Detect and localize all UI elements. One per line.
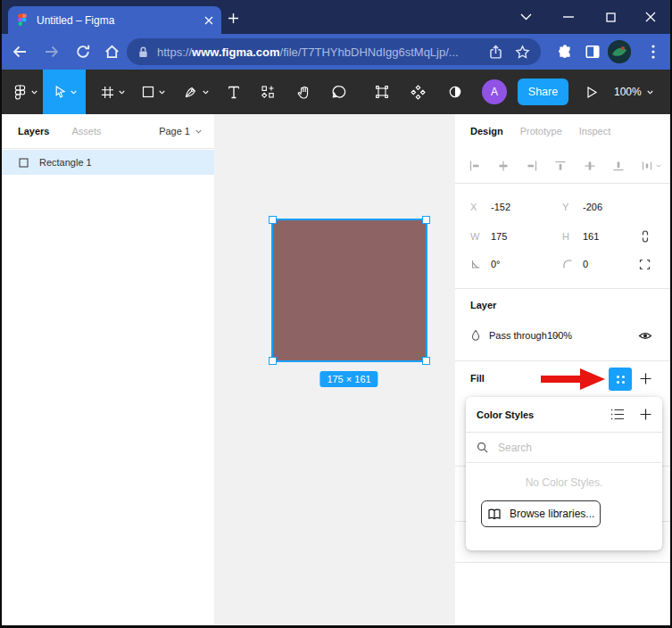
rectangle-layer-icon [19,158,29,168]
edit-object-button[interactable] [371,70,393,114]
fill-section-title: Fill [470,373,485,384]
design-panel: Design Prototype Inspect [455,114,672,628]
comment-tool-button[interactable] [328,70,350,114]
browser-titlebar: Untitled – Figma [0,0,672,34]
divider [455,288,672,289]
search-input[interactable] [496,441,651,455]
tab-assets[interactable]: Assets [71,126,101,136]
maximize-icon[interactable] [593,0,628,34]
selection-handle[interactable] [269,357,277,365]
browse-libraries-label: Browse libraries... [510,508,594,520]
y-label: Y [562,202,583,212]
present-play-icon [585,86,598,99]
x-input[interactable]: -152 [491,202,562,212]
shape-tool-button[interactable] [134,70,173,114]
address-bar[interactable]: https://www.figma.com/file/T7THYhbDHNdIg… [127,38,541,65]
extensions-icon[interactable] [556,43,574,61]
user-avatar[interactable]: A [482,79,507,104]
canvas[interactable]: 175 × 161 [214,114,455,628]
layer-row-rectangle-1[interactable]: Rectangle 1 [0,150,214,175]
frame-tool-icon [101,86,114,99]
figma-toolbar: A Share 100% [0,70,672,114]
chevron-down-icon [203,90,209,95]
bookmark-star-icon[interactable] [514,44,530,60]
tab-prototype[interactable]: Prototype [520,126,562,136]
resources-tool-button[interactable] [257,70,278,114]
move-tool-button[interactable] [43,70,86,114]
align-v-center-icon[interactable] [584,160,596,172]
tab-layers[interactable]: Layers [18,126,49,136]
opacity-input[interactable]: 100% [547,330,572,341]
browser-window: Untitled – Figma [0,0,672,628]
share-page-icon[interactable] [487,44,503,60]
color-styles-popup: Color Styles No Color Styles. [466,397,662,550]
edit-object-icon [375,85,389,99]
editor-content: Layers Assets Page 1 Rectangle 1 [0,114,672,628]
page-selector-label: Page 1 [159,126,190,136]
reload-icon[interactable] [74,43,92,61]
align-h-center-icon[interactable] [497,160,510,172]
text-tool-icon [228,86,240,99]
style-list-view-icon[interactable] [610,409,625,420]
avatar-initial: A [491,86,498,98]
tab-close-icon[interactable] [204,16,213,25]
chevron-down-icon [647,90,653,95]
page-selector[interactable]: Page 1 [159,126,202,136]
text-tool-button[interactable] [223,70,245,114]
panel-tabs: Design Prototype Inspect [470,114,663,148]
align-bottom-icon[interactable] [612,160,625,172]
share-button[interactable]: Share [518,78,568,105]
add-style-icon[interactable] [640,409,651,420]
frame-tool-button[interactable] [93,70,132,114]
width-input[interactable]: 175 [491,231,562,242]
zoom-menu[interactable]: 100% [614,70,653,114]
figma-main-menu[interactable] [9,70,41,114]
selection-handle[interactable] [269,216,277,224]
tab-design[interactable]: Design [470,126,503,136]
alignment-toolbar [469,150,661,182]
close-icon[interactable] [633,0,668,34]
size-row: W 175 H 161 [470,224,663,249]
color-styles-header: Color Styles [466,397,662,433]
forward-icon[interactable] [43,43,61,61]
figma-favicon-icon [16,13,29,27]
rotation-input[interactable]: 0° [491,259,562,269]
hand-tool-icon [296,85,311,100]
tab-inspect[interactable]: Inspect [579,126,610,136]
new-tab-button[interactable] [225,10,241,26]
tab-search-chevron-icon[interactable] [508,0,543,34]
style-search-row [466,433,662,463]
selected-rectangle[interactable] [271,219,427,362]
align-left-icon[interactable] [469,160,481,172]
add-fill-icon[interactable] [640,373,651,384]
selection-handle[interactable] [422,357,430,365]
divider [0,148,214,149]
constrain-proportions-icon[interactable] [640,229,651,244]
comment-icon [332,85,347,100]
browser-menu-icon[interactable] [644,43,662,61]
distribute-icon[interactable] [641,160,661,172]
visibility-eye-icon[interactable] [638,330,652,342]
profile-avatar[interactable] [608,40,631,63]
present-button[interactable] [581,70,602,114]
side-panel-icon[interactable] [584,43,601,61]
align-top-icon[interactable] [554,160,567,172]
hand-tool-button[interactable] [293,70,314,114]
home-icon[interactable] [103,43,120,61]
selection-handle[interactable] [422,216,430,224]
chevron-down-icon [31,90,37,95]
mask-button[interactable] [444,70,466,114]
blend-mode-select[interactable]: Pass through [489,330,547,341]
browser-tab[interactable]: Untitled – Figma [8,6,221,34]
pen-tool-button[interactable] [177,70,216,114]
minimize-icon[interactable] [551,0,586,34]
independent-corners-icon[interactable] [639,259,651,270]
align-right-icon[interactable] [526,160,538,172]
style-picker-button[interactable] [609,368,632,391]
dot [617,376,619,378]
back-icon[interactable] [11,43,29,61]
y-input[interactable]: -206 [583,202,654,212]
create-component-button[interactable] [407,70,428,114]
browse-libraries-button[interactable]: Browse libraries... [481,500,601,527]
window-border [0,0,2,628]
